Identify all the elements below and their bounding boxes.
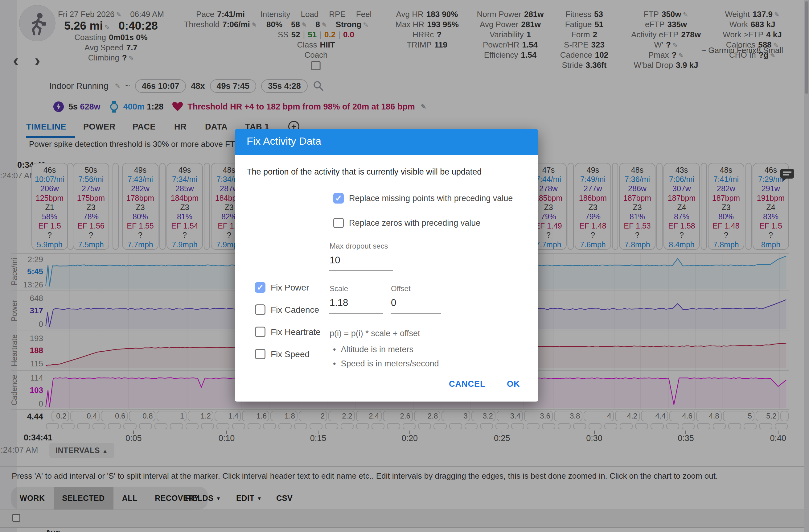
dialog-title: Fix Activity Data xyxy=(247,135,321,147)
cancel-button[interactable]: CANCEL xyxy=(449,379,486,389)
fix-cadence-label: Fix Cadence xyxy=(271,305,319,315)
fix-speed-checkbox[interactable] xyxy=(255,349,265,359)
ok-button[interactable]: OK xyxy=(507,379,520,389)
offset-input[interactable]: 0 xyxy=(391,297,396,308)
dialog-header: Fix Activity Data xyxy=(235,129,538,155)
fix-power-label: Fix Power xyxy=(271,283,309,293)
fix-activity-data-dialog: Fix Activity Data The portion of the act… xyxy=(235,129,538,401)
max-dropout-label: Max dropout secs xyxy=(330,242,388,251)
max-dropout-input[interactable]: 10 xyxy=(330,255,340,266)
offset-underline xyxy=(391,313,441,314)
replace-missing-label: Replace missing points with preceding va… xyxy=(349,194,513,203)
fix-power-checkbox[interactable] xyxy=(255,282,265,293)
speed-note: Speed is in meters/second xyxy=(333,359,439,368)
activity-page: ‹ › Fri 27 Feb 2026✎06:49 AM5.26 mi✎0:40… xyxy=(0,0,809,532)
fix-speed-label: Fix Speed xyxy=(271,349,310,359)
altitude-note: Altitude is in meters xyxy=(333,345,413,354)
formula-text: p(i) = p(i) * scale + offset xyxy=(330,329,420,338)
offset-label: Offset xyxy=(391,284,411,293)
replace-zeros-label: Replace zeros with preceding value xyxy=(349,218,480,228)
dialog-intro-text: The portion of the activity that is curr… xyxy=(247,167,482,177)
scale-underline xyxy=(329,313,383,314)
scale-label: Scale xyxy=(330,284,348,293)
scale-input[interactable]: 1.18 xyxy=(330,297,348,308)
replace-missing-checkbox[interactable] xyxy=(333,193,344,204)
fix-cadence-checkbox[interactable] xyxy=(255,304,265,315)
fix-heartrate-checkbox[interactable] xyxy=(255,327,265,337)
replace-zeros-checkbox[interactable] xyxy=(333,218,344,228)
fix-heartrate-label: Fix Heartrate xyxy=(271,327,321,337)
max-dropout-underline xyxy=(329,270,393,271)
